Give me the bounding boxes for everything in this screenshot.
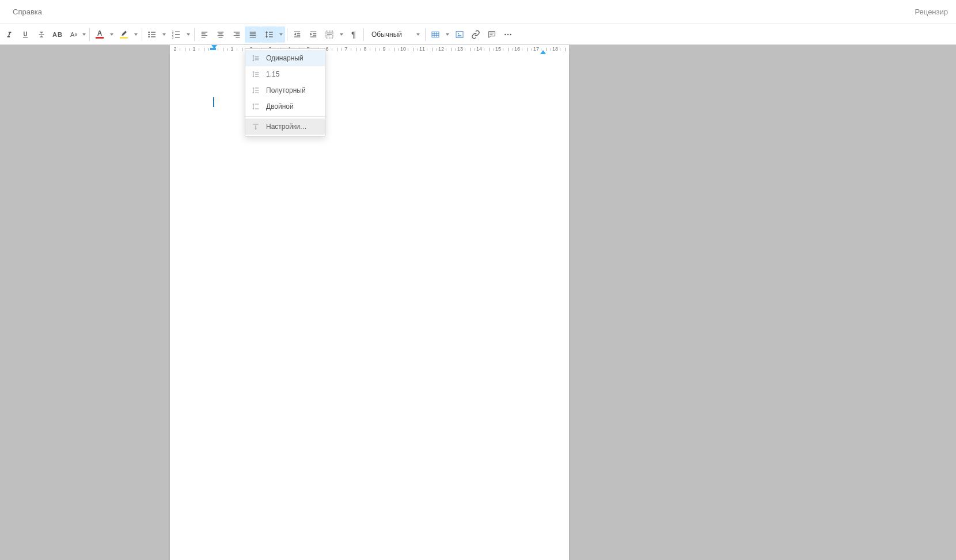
line-spacing-dropdown[interactable] [277,26,285,43]
svg-rect-29 [269,34,273,35]
svg-rect-18 [218,35,224,36]
svg-rect-28 [269,32,273,32]
line-spacing-15[interactable]: Полуторный [245,82,325,98]
insert-comment-button[interactable] [484,26,500,43]
line-spacing-menu: Одинарный 1.15 Полуторный Двойной Настро… [245,48,325,136]
menubar: Справка Рецензир [0,0,956,24]
align-justify-button[interactable] [245,26,261,43]
highlight-color-dropdown[interactable] [132,26,140,43]
increase-indent-button[interactable] [305,26,321,43]
font-color-button[interactable]: A [92,26,108,43]
ruler-label: 11 [419,46,425,52]
ruler-label: 12 [438,46,444,52]
svg-rect-41 [327,34,332,35]
text-cursor [213,97,214,107]
svg-rect-9 [175,34,180,35]
menu-item-label: Полуторный [266,86,306,94]
line-spacing-115[interactable]: 1.15 [245,66,325,82]
underline-button[interactable] [17,26,33,43]
svg-rect-3 [151,34,155,35]
ruler-label: 18 [552,46,558,52]
svg-rect-27 [250,37,256,37]
show-paragraph-marks-button[interactable]: ¶ [346,26,362,43]
ruler-label: 10 [400,46,406,52]
decrease-indent-button[interactable] [289,26,305,43]
svg-rect-36 [313,33,316,33]
align-left-button[interactable] [196,26,213,43]
svg-rect-14 [202,35,208,36]
svg-rect-5 [151,36,155,37]
right-indent-marker[interactable] [540,50,546,54]
line-spacing-2-icon [251,102,260,111]
menu-item-label: Двойной [266,102,294,111]
insert-link-button[interactable] [468,26,484,43]
ruler-label: 1 [192,46,195,52]
svg-rect-22 [234,35,240,36]
horizontal-ruler[interactable]: 21123456789101112131415161718 [0,45,956,54]
font-color-dropdown[interactable] [108,26,116,43]
highlight-color-button[interactable] [116,26,132,43]
svg-rect-15 [202,37,206,37]
mode-reviewing-label[interactable]: Рецензир [915,7,949,16]
insert-table-button[interactable] [427,26,443,43]
svg-rect-21 [236,33,240,34]
svg-text:3: 3 [172,36,174,39]
svg-rect-31 [294,31,301,32]
line-spacing-single[interactable]: Одинарный [245,50,325,66]
document-page[interactable] [170,54,569,560]
menu-item-label: Настройки… [266,123,307,131]
line-spacing-settings-icon [251,122,260,131]
line-spacing-settings[interactable]: Настройки… [245,119,325,135]
svg-rect-34 [294,36,301,37]
svg-point-0 [148,31,150,33]
svg-rect-24 [250,32,256,32]
ruler-label: 17 [533,46,539,52]
svg-point-52 [504,33,506,35]
strikethrough-button[interactable] [33,26,50,43]
svg-rect-33 [297,35,300,35]
ruler-label: 14 [476,46,482,52]
svg-rect-19 [219,37,223,37]
align-center-button[interactable] [213,26,229,43]
svg-point-2 [148,33,150,35]
bullet-list-button[interactable] [144,26,160,43]
small-caps-button[interactable]: AB [50,26,66,43]
numbered-list-button[interactable]: 123 [168,26,184,43]
paragraph-style-select[interactable]: Обычный [366,26,423,43]
italic-button[interactable] [1,26,17,43]
svg-rect-40 [327,32,332,33]
svg-rect-26 [250,35,256,36]
svg-rect-32 [297,33,300,33]
svg-rect-39 [326,31,333,38]
paragraph-settings-dropdown[interactable] [337,26,346,43]
line-spacing-button[interactable] [261,26,277,43]
menu-item-label: Одинарный [266,54,304,62]
ruler-label: 6 [325,46,328,52]
paragraph-style-label: Обычный [371,31,402,39]
line-spacing-double[interactable]: Двойной [245,98,325,115]
document-workspace[interactable] [0,54,956,560]
svg-rect-25 [250,33,256,34]
insert-image-button[interactable] [452,26,468,43]
menu-help[interactable]: Справка [8,4,47,20]
bullet-list-dropdown[interactable] [160,26,168,43]
svg-rect-38 [310,36,317,37]
menu-item-label: 1.15 [266,70,279,78]
numbered-list-dropdown[interactable] [184,26,192,43]
ruler-label: 8 [363,46,366,52]
ruler-label: 7 [344,46,347,52]
ruler-label: 13 [457,46,463,52]
line-spacing-15-icon [251,86,260,95]
left-indent-marker[interactable] [210,48,216,50]
svg-rect-42 [327,36,330,36]
align-right-button[interactable] [229,26,245,43]
more-button[interactable] [500,26,516,43]
svg-rect-30 [269,36,273,37]
change-case-button[interactable]: Aa [66,26,88,43]
ruler-label: 15 [495,46,501,52]
ruler-label: 1 [230,46,233,52]
toolbar: AB Aa A 123 [0,24,956,45]
paragraph-settings-button[interactable] [321,26,337,43]
insert-table-dropdown[interactable] [443,26,452,43]
svg-rect-12 [202,32,208,32]
